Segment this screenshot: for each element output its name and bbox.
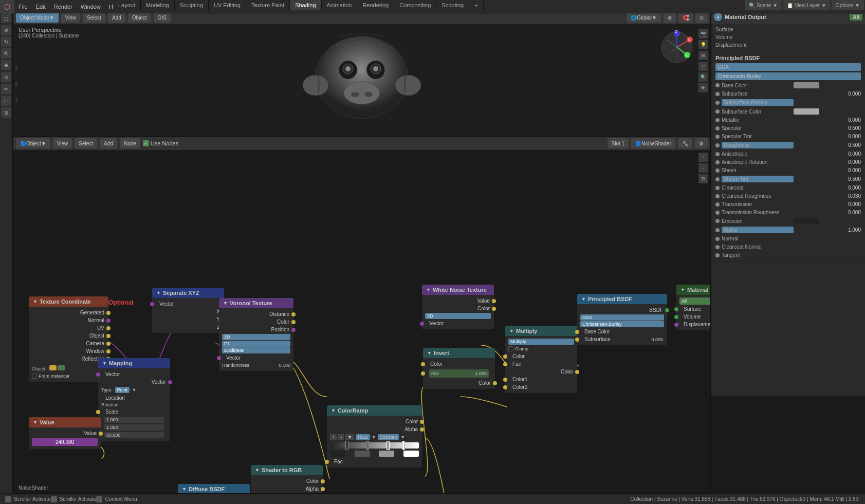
tab-layout[interactable]: Layout <box>113 0 141 10</box>
ggx-dropdown[interactable]: GGX <box>715 63 861 71</box>
ramp-stop-4[interactable] <box>402 441 405 450</box>
value-node[interactable]: ▼ Value Value 240.000 <box>29 417 101 449</box>
clamp-checkbox[interactable] <box>508 346 513 351</box>
view-layer-selector[interactable]: 📋 View Layer ▼ <box>783 0 831 10</box>
white-noise-mode[interactable]: 3D <box>425 313 491 319</box>
use-nodes-toggle[interactable]: ✓ Use Nodes <box>143 140 178 146</box>
node-zoom-out[interactable]: - <box>698 163 708 173</box>
cr-remove[interactable]: - <box>338 434 344 440</box>
prop-material-icon[interactable]: ● <box>714 13 722 21</box>
ramp-color-2[interactable] <box>355 451 370 457</box>
shader-to-rgb-node[interactable]: ▼ Shader to RGB Color Alpha Shader <box>251 465 323 493</box>
toolbar-scale[interactable]: ⇱ <box>1 48 11 59</box>
tab-rendering[interactable]: Rendering <box>357 0 394 10</box>
tab-texture-paint[interactable]: Texture Paint <box>246 0 290 10</box>
scale-x[interactable]: 1.000 <box>104 417 164 423</box>
alpha-label[interactable]: Alpha <box>722 227 794 233</box>
principled-bsdf-node[interactable]: ▼ Principled BSDF BSDF GGX Christensen-B… <box>577 294 667 345</box>
ramp-stop-3[interactable] <box>387 441 390 450</box>
tab-add[interactable]: + <box>469 0 483 10</box>
value-display[interactable]: 240.000 <box>32 438 98 446</box>
diffuse-bsdf-node[interactable]: ▼ Diffuse BSDF BSDF Color Roughness 0.00… <box>178 484 250 493</box>
viewport-add-menu[interactable]: Add <box>108 12 125 23</box>
subsurface-color-swatch[interactable] <box>794 108 819 115</box>
roughness-label[interactable]: Roughness <box>722 142 794 148</box>
mapping-node[interactable]: ▼ Mapping Vector Vector Type: Point ▼ <box>98 358 170 441</box>
ramp-color-3[interactable] <box>379 451 394 457</box>
options-btn[interactable]: Options ▼ <box>832 0 864 10</box>
principled-ggx[interactable]: GGX <box>580 314 664 321</box>
toolbar-rotate[interactable]: ↻ <box>1 36 11 47</box>
tab-modeling[interactable]: Modeling <box>141 0 175 10</box>
white-noise-node[interactable]: ▼ White Noise Texture Value Color 3D Vec… <box>422 285 494 329</box>
node-canvas[interactable]: ▼ Texture Coordinate Generated Normal UV… <box>13 150 710 493</box>
viewport-tools[interactable]: ⊕ <box>664 12 676 23</box>
base-color-swatch[interactable] <box>794 82 819 88</box>
emission-swatch[interactable] <box>794 218 819 224</box>
tab-animation[interactable]: Animation <box>322 0 358 10</box>
ramp-stop-2[interactable] <box>366 441 369 450</box>
toolbar-add[interactable]: ⊞ <box>1 107 11 118</box>
viewport-select-menu[interactable]: Select <box>83 12 105 23</box>
object-color-1[interactable] <box>49 365 57 370</box>
node-node-menu[interactable]: Node <box>120 138 140 148</box>
randomness-value[interactable]: 0.100 <box>279 363 290 368</box>
multiply-node[interactable]: ▼ Multiply Multiply Clamp Color Fac <box>505 326 577 393</box>
object-mode-btn[interactable]: Object Mode ▼ <box>16 12 59 23</box>
invert-fac-slider[interactable]: Fac 1.000 <box>429 369 489 378</box>
voronoi-mode1[interactable]: 3D <box>222 334 290 340</box>
viewport-gis-menu[interactable]: GIS <box>154 12 171 23</box>
tab-uv-editing[interactable]: UV Editing <box>209 0 246 10</box>
voronoi-node[interactable]: ▼ Voronoi Texture Distance Color Positio… <box>219 298 293 371</box>
node-type-selector[interactable]: 🔵 Object ▼ <box>16 138 50 148</box>
viewport-light-icon[interactable]: 💡 <box>698 40 708 49</box>
toolbar-measure[interactable]: ⊢ <box>1 96 11 106</box>
tab-sculpting[interactable]: Sculpting <box>175 0 209 10</box>
node-view-menu[interactable]: View <box>53 138 72 148</box>
toolbar-annotate[interactable]: ✏ <box>1 84 11 94</box>
tab-shading[interactable]: Shading <box>290 0 321 10</box>
slot-selector[interactable]: Slot 1 <box>608 138 629 148</box>
viewport-proportional[interactable]: ⊙ <box>695 12 708 23</box>
node-settings[interactable]: ⚙ <box>695 138 708 148</box>
material-selector[interactable]: 🔵 NoiseShader <box>631 138 675 148</box>
viewport-canvas[interactable]: User Perspective (240) Collection | Suza… <box>13 24 710 136</box>
file-menu[interactable]: File <box>14 0 32 13</box>
color-ramp-node[interactable]: ▼ ColorRamp Color Alpha + - ▼ RGB ▼ <box>327 405 422 468</box>
scale-y[interactable]: 1.000 <box>104 424 164 431</box>
object-color-2[interactable] <box>58 365 65 370</box>
scene-selector[interactable]: 🔍 Scene ▼ <box>745 0 782 10</box>
toolbar-cursor[interactable]: ⊙ <box>1 72 11 82</box>
color-ramp-bar[interactable] <box>330 442 419 449</box>
ramp-color-1[interactable] <box>330 451 345 457</box>
viewport-snapping[interactable]: 🧲 <box>678 12 693 23</box>
tab-compositing[interactable]: Compositing <box>394 0 436 10</box>
voronoi-mode2[interactable]: F1 <box>222 341 290 347</box>
cr-dropdown[interactable]: ▼ <box>345 434 354 440</box>
texture-coordinate-node[interactable]: ▼ Texture Coordinate Generated Normal UV… <box>29 296 108 382</box>
material-output-node[interactable]: ▼ Material Output All Surface Volume Dis… <box>676 285 710 330</box>
invert-node[interactable]: ▼ Invert Color Fac 1.000 Color <box>423 348 495 389</box>
blender-logo[interactable]: ⬡ <box>0 0 14 13</box>
toolbar-move[interactable]: ⊕ <box>1 25 11 35</box>
voronoi-mode3[interactable]: Euclidean <box>222 347 290 353</box>
node-frame[interactable]: ⊞ <box>698 174 708 183</box>
viewport-camera-icon[interactable]: 📷 <box>698 29 708 39</box>
viewport-view-menu[interactable]: View <box>61 12 81 23</box>
cr-add[interactable]: + <box>330 434 337 440</box>
render-menu[interactable]: Render <box>50 0 77 13</box>
cr-interp[interactable]: Constan <box>378 434 399 440</box>
node-zoom-in[interactable]: + <box>698 153 708 162</box>
viewport-object-menu[interactable]: Object <box>128 12 151 23</box>
toolbar-transform[interactable]: ✥ <box>1 60 11 70</box>
matoutput-all[interactable]: All <box>679 297 710 305</box>
toolbar-select[interactable]: ◻ <box>1 13 11 23</box>
viewport-global[interactable]: 🌐 Global ▼ <box>627 12 661 23</box>
subsurface-radius-label[interactable]: Subsurface Radius <box>722 99 794 106</box>
scale-z[interactable]: 83.000 <box>104 432 164 438</box>
sheen-tint-label[interactable]: Sheen Tint <box>722 176 794 182</box>
ramp-color-4[interactable] <box>403 451 419 457</box>
viewport-move-icon[interactable]: ✥ <box>698 83 708 92</box>
tab-scripting[interactable]: Scripting <box>436 0 469 10</box>
use-nodes-checkbox[interactable]: ✓ <box>143 140 149 146</box>
